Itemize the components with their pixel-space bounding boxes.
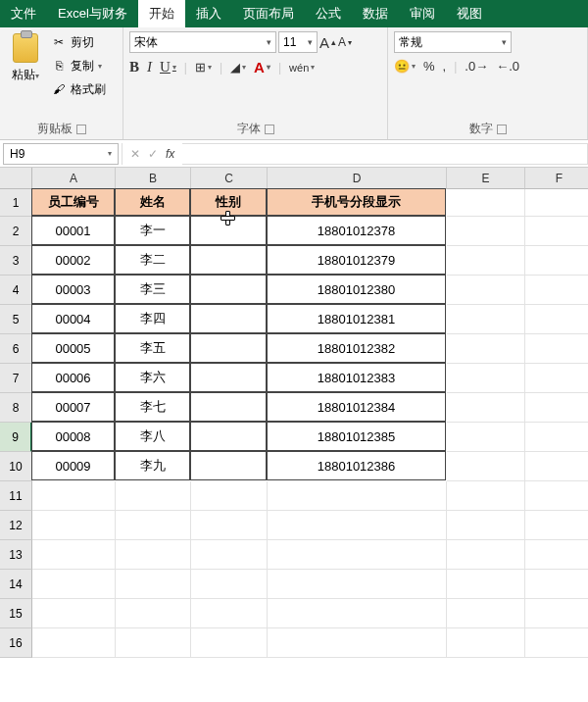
empty-cell[interactable]: [525, 246, 588, 276]
empty-cell[interactable]: [191, 481, 268, 511]
menu-tab-6[interactable]: 数据: [352, 0, 399, 27]
col-header-F[interactable]: F: [525, 168, 588, 189]
empty-cell[interactable]: [525, 481, 588, 511]
data-cell[interactable]: 李二: [115, 245, 190, 275]
data-cell[interactable]: 李五: [115, 333, 190, 363]
cancel-icon[interactable]: ✕: [130, 147, 140, 161]
empty-cell[interactable]: [32, 599, 116, 628]
row-header-9[interactable]: 9: [0, 423, 32, 452]
row-header-13[interactable]: 13: [0, 540, 32, 570]
paste-button[interactable]: 粘贴▾: [6, 31, 45, 118]
empty-cell[interactable]: [191, 628, 268, 658]
row-header-7[interactable]: 7: [0, 364, 32, 393]
empty-cell[interactable]: [525, 364, 588, 393]
empty-cell[interactable]: [525, 599, 588, 628]
col-header-C[interactable]: C: [191, 168, 268, 189]
empty-cell[interactable]: [525, 570, 588, 599]
data-cell[interactable]: 李八: [115, 422, 190, 451]
empty-cell[interactable]: [447, 423, 525, 452]
empty-cell[interactable]: [525, 628, 588, 658]
data-cell[interactable]: [190, 333, 267, 363]
empty-cell[interactable]: [525, 276, 588, 305]
empty-cell[interactable]: [268, 511, 447, 540]
empty-cell[interactable]: [191, 540, 268, 570]
confirm-icon[interactable]: ✓: [148, 147, 158, 161]
data-cell[interactable]: 00004: [31, 304, 115, 333]
col-header-B[interactable]: B: [116, 168, 191, 189]
menu-tab-2[interactable]: 开始: [138, 0, 185, 27]
empty-cell[interactable]: [32, 570, 116, 599]
menu-tab-8[interactable]: 视图: [446, 0, 493, 27]
empty-cell[interactable]: [116, 599, 191, 628]
data-cell[interactable]: [190, 245, 267, 275]
data-cell[interactable]: 李四: [115, 304, 190, 333]
empty-cell[interactable]: [32, 481, 116, 511]
row-header-15[interactable]: 15: [0, 599, 32, 628]
empty-cell[interactable]: [447, 364, 525, 393]
data-cell[interactable]: [190, 451, 267, 480]
empty-cell[interactable]: [525, 217, 588, 246]
data-cell[interactable]: 李三: [115, 275, 190, 304]
empty-cell[interactable]: [447, 481, 525, 511]
border-button[interactable]: ⊞▾: [195, 60, 212, 75]
row-header-10[interactable]: 10: [0, 452, 32, 481]
data-cell[interactable]: 李七: [115, 392, 190, 422]
empty-cell[interactable]: [116, 628, 191, 658]
menu-tab-7[interactable]: 审阅: [399, 0, 446, 27]
data-cell[interactable]: 18801012384: [267, 392, 446, 422]
data-cell[interactable]: 18801012383: [267, 363, 446, 392]
data-cell[interactable]: 00006: [31, 363, 115, 392]
data-cell[interactable]: [190, 216, 267, 245]
empty-cell[interactable]: [32, 540, 116, 570]
data-cell[interactable]: [190, 275, 267, 304]
empty-cell[interactable]: [32, 511, 116, 540]
grow-font-button[interactable]: A▴: [319, 34, 336, 51]
data-cell[interactable]: 18801012386: [267, 451, 446, 480]
row-header-8[interactable]: 8: [0, 393, 32, 423]
row-header-3[interactable]: 3: [0, 246, 32, 276]
row-header-16[interactable]: 16: [0, 628, 32, 658]
select-all-corner[interactable]: [0, 168, 32, 189]
empty-cell[interactable]: [447, 452, 525, 481]
data-cell[interactable]: 18801012382: [267, 333, 446, 363]
format-painter-button[interactable]: 🖌格式刷: [51, 78, 106, 100]
data-cell[interactable]: [190, 392, 267, 422]
data-cell[interactable]: 00007: [31, 392, 115, 422]
empty-cell[interactable]: [268, 599, 447, 628]
empty-cell[interactable]: [32, 628, 116, 658]
header-cell[interactable]: 手机号分段显示: [267, 188, 446, 216]
empty-cell[interactable]: [116, 511, 191, 540]
empty-cell[interactable]: [447, 276, 525, 305]
empty-cell[interactable]: [525, 511, 588, 540]
data-cell[interactable]: 00009: [31, 451, 115, 480]
col-header-E[interactable]: E: [447, 168, 525, 189]
empty-cell[interactable]: [525, 540, 588, 570]
decrease-decimal-button[interactable]: ←.0: [496, 59, 519, 74]
data-cell[interactable]: 00002: [31, 245, 115, 275]
menu-tab-5[interactable]: 公式: [305, 0, 352, 27]
name-box[interactable]: H9▾: [3, 143, 119, 165]
data-cell[interactable]: 18801012380: [267, 275, 446, 304]
data-cell[interactable]: [190, 363, 267, 392]
percent-button[interactable]: %: [423, 59, 435, 74]
empty-cell[interactable]: [447, 540, 525, 570]
empty-cell[interactable]: [191, 570, 268, 599]
data-cell[interactable]: 18801012378: [267, 216, 446, 245]
phonetic-button[interactable]: wén▾: [289, 62, 315, 74]
empty-cell[interactable]: [525, 423, 588, 452]
header-cell[interactable]: 姓名: [115, 188, 190, 216]
font-color-button[interactable]: A▾: [254, 59, 270, 75]
row-header-1[interactable]: 1: [0, 189, 32, 217]
empty-cell[interactable]: [447, 599, 525, 628]
row-header-11[interactable]: 11: [0, 481, 32, 511]
data-cell[interactable]: 18801012379: [267, 245, 446, 275]
empty-cell[interactable]: [525, 189, 588, 217]
fill-color-button[interactable]: ◢▾: [230, 60, 246, 75]
formula-bar[interactable]: [182, 143, 588, 165]
empty-cell[interactable]: [447, 334, 525, 364]
fx-icon[interactable]: fx: [166, 147, 174, 161]
data-cell[interactable]: 李一: [115, 216, 190, 245]
data-cell[interactable]: 18801012381: [267, 304, 446, 333]
col-header-D[interactable]: D: [268, 168, 447, 189]
empty-cell[interactable]: [116, 481, 191, 511]
